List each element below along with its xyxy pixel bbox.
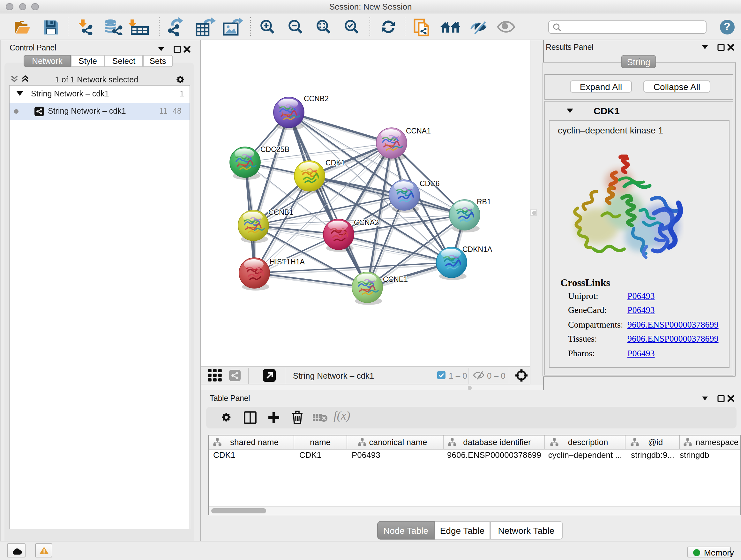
svg-text:CCNB1: CCNB1 xyxy=(268,208,293,216)
svg-text:CDC6: CDC6 xyxy=(419,179,440,187)
svg-text:CDKN1A: CDKN1A xyxy=(462,245,492,253)
svg-text:CDC25B: CDC25B xyxy=(260,145,289,153)
svg-text:HIST1H1A: HIST1H1A xyxy=(269,257,305,266)
svg-text:CCNE1: CCNE1 xyxy=(383,275,408,283)
svg-text:RB1: RB1 xyxy=(476,197,491,206)
svg-text:CCNA2: CCNA2 xyxy=(354,218,379,226)
svg-text:CCNB2: CCNB2 xyxy=(304,94,328,103)
svg-text:CCNA1: CCNA1 xyxy=(406,126,430,135)
svg-text:CDK1: CDK1 xyxy=(325,159,345,167)
